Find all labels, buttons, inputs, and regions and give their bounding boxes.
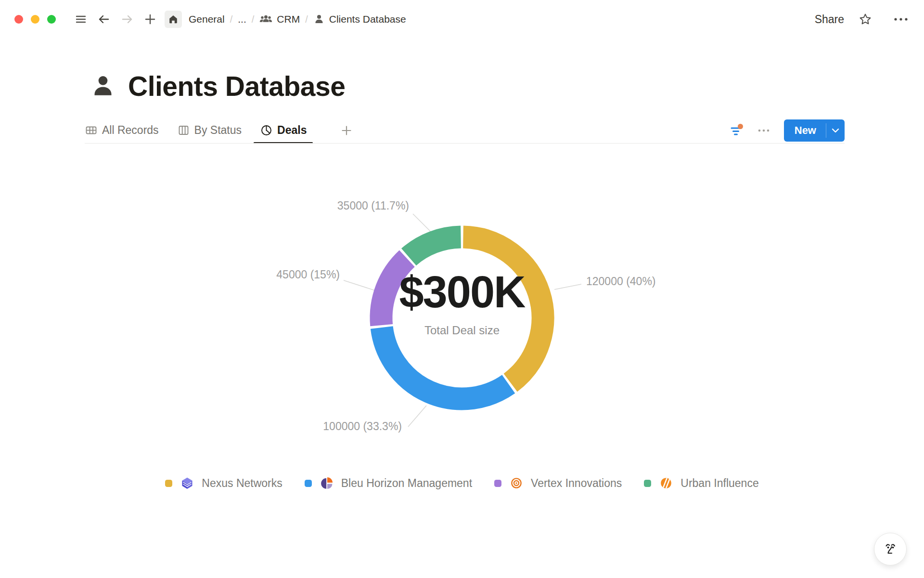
- pie-chart-icon: [260, 124, 273, 137]
- menu-icon[interactable]: [72, 11, 90, 28]
- chart-legend: Nexus Networks Bleu Horizon Management: [0, 476, 924, 490]
- legend-label: Bleu Horizon Management: [341, 477, 472, 490]
- breadcrumb-item-crm[interactable]: CRM: [259, 13, 300, 25]
- share-button[interactable]: Share: [815, 13, 844, 26]
- legend-item-urban-influence[interactable]: Urban Influence: [644, 476, 758, 490]
- ai-face-icon: [883, 541, 898, 557]
- donut-segment-vertex-innovations[interactable]: [381, 259, 407, 325]
- bleu-pie-logo: [320, 476, 334, 490]
- breadcrumb-label: Clients Database: [329, 13, 406, 25]
- legend-label: Urban Influence: [680, 477, 758, 490]
- people-icon: [259, 13, 272, 25]
- board-icon: [177, 124, 190, 137]
- tab-label: All Records: [102, 124, 159, 137]
- clients-database-page: General / ... / CRM / Clients Database S…: [0, 0, 924, 578]
- breadcrumb-separator: /: [305, 14, 308, 25]
- zoom-window-button[interactable]: [47, 15, 56, 24]
- tab-label: By Status: [194, 124, 242, 137]
- tab-label: Deals: [277, 124, 307, 137]
- topbar-actions: Share: [815, 11, 910, 28]
- breadcrumb-separator: /: [230, 14, 233, 25]
- donut-segment-nexus-networks[interactable]: [463, 237, 542, 382]
- breadcrumb-item-clients-database[interactable]: Clients Database: [313, 13, 406, 25]
- legend-swatch: [494, 480, 501, 487]
- view-options-ellipsis-icon[interactable]: [755, 122, 772, 139]
- legend-item-nexus-networks[interactable]: Nexus Networks: [165, 476, 282, 490]
- page-title: Clients Database: [128, 70, 345, 102]
- vertex-rings-logo: [509, 476, 524, 490]
- nexus-cube-logo: [180, 476, 194, 490]
- view-tabs-bar: All Records By Status Deals: [85, 117, 845, 144]
- legend-swatch: [305, 480, 312, 487]
- back-arrow-icon[interactable]: [95, 11, 113, 28]
- donut-segment-urban-influence[interactable]: [409, 237, 461, 257]
- filter-icon[interactable]: [728, 123, 744, 138]
- tabs-divider: [85, 143, 845, 144]
- filter-badge-dot: [738, 124, 743, 129]
- slice-label-urban-influence: 35000 (11.7%): [270, 199, 409, 212]
- close-window-button[interactable]: [14, 15, 23, 24]
- urban-stripes-logo: [659, 476, 673, 490]
- tab-all-records[interactable]: All Records: [85, 117, 159, 144]
- slice-label-vertex-innovations: 45000 (15%): [226, 268, 340, 281]
- new-button-dropdown[interactable]: [826, 119, 845, 142]
- forward-arrow-icon[interactable]: [118, 11, 136, 28]
- new-record-button-group: New: [784, 119, 845, 142]
- legend-swatch: [165, 480, 172, 487]
- new-page-plus-icon[interactable]: [141, 11, 159, 28]
- donut-segment-bleu-horizon-management[interactable]: [382, 328, 509, 399]
- breadcrumb-item-general[interactable]: General: [189, 13, 225, 25]
- view-tabs: All Records By Status Deals: [85, 117, 353, 144]
- new-button-label: New: [795, 124, 816, 137]
- tab-deals[interactable]: Deals: [260, 117, 307, 144]
- legend-swatch: [644, 480, 651, 487]
- legend-label: Nexus Networks: [202, 477, 282, 490]
- legend-item-vertex-innovations[interactable]: Vertex Innovations: [494, 476, 622, 490]
- home-icon[interactable]: [165, 11, 182, 28]
- new-record-button[interactable]: New: [784, 119, 826, 142]
- legend-item-bleu-horizon[interactable]: Bleu Horizon Management: [305, 476, 472, 490]
- slice-label-nexus-networks: 120000 (40%): [586, 275, 656, 288]
- favorite-star-icon[interactable]: [857, 11, 874, 28]
- window-controls: [14, 15, 56, 24]
- breadcrumb-label: CRM: [277, 13, 300, 25]
- chevron-down-icon: [832, 128, 839, 133]
- person-icon: [313, 13, 325, 25]
- minimize-window-button[interactable]: [31, 15, 39, 24]
- table-icon: [85, 124, 98, 137]
- breadcrumb-label: ...: [238, 13, 246, 25]
- add-view-plus-icon[interactable]: [340, 124, 353, 137]
- page-header: Clients Database: [90, 70, 345, 102]
- breadcrumb: General / ... / CRM / Clients Database: [189, 13, 406, 25]
- legend-label: Vertex Innovations: [531, 477, 622, 490]
- tab-by-status[interactable]: By Status: [177, 117, 242, 144]
- breadcrumb-separator: /: [252, 14, 255, 25]
- window-topbar: General / ... / CRM / Clients Database S…: [0, 0, 924, 39]
- more-options-icon[interactable]: [892, 11, 910, 28]
- breadcrumb-item-ellipsis[interactable]: ...: [238, 13, 246, 25]
- slice-label-bleu-horizon: 100000 (33.3%): [262, 420, 402, 433]
- person-icon[interactable]: [90, 73, 116, 100]
- view-controls: New: [728, 119, 845, 142]
- donut-chart: [366, 222, 558, 414]
- breadcrumb-label: General: [189, 13, 225, 25]
- ai-assistant-button[interactable]: [874, 533, 907, 565]
